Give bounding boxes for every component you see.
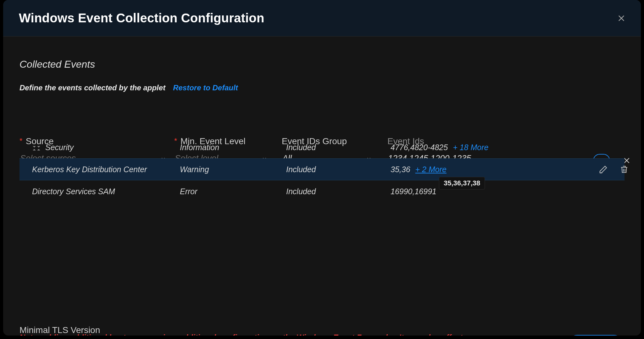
row-group: Included xyxy=(286,143,377,152)
row-source: Kerberos Key Distribution Center xyxy=(32,165,167,174)
trash-icon[interactable] xyxy=(619,165,629,174)
row-level: Warning xyxy=(180,165,274,174)
filter-columns: * Source Select sources * Min. Event Lev… xyxy=(19,136,625,246)
row-actions xyxy=(570,165,633,174)
table-row: Directory Services SAM Error Included 16… xyxy=(19,180,625,202)
save-button[interactable]: Save xyxy=(567,335,625,336)
row-ids-cell: 35,36 + 2 More xyxy=(391,165,567,174)
table-row[interactable]: Kerberos Key Distribution Center Warning… xyxy=(19,158,625,180)
row-ids-cell: 4776,4820-4825 + 18 More xyxy=(391,143,567,152)
event-rows: Security Information Included 4776,4820-… xyxy=(19,136,625,202)
row-ids-cell: 16990,16991 xyxy=(391,187,567,196)
modal-body: Collected Events Define the events colle… xyxy=(3,37,641,336)
row-ids: 35,36 xyxy=(391,165,410,174)
restore-default-link[interactable]: Restore to Default xyxy=(173,83,238,92)
row-ids: 16990,16991 xyxy=(391,187,436,196)
config-modal: Windows Event Collection Configuration C… xyxy=(3,0,641,336)
modal-footer: Note: adding additional log types requir… xyxy=(19,331,625,336)
table-row: Security Information Included 4776,4820-… xyxy=(19,136,625,158)
row-source: Security xyxy=(45,143,74,152)
drag-handle-icon[interactable] xyxy=(32,144,41,150)
subhead-row: Define the events collected by the apple… xyxy=(19,83,625,92)
more-link[interactable]: + 2 More xyxy=(415,165,447,174)
close-icon[interactable] xyxy=(617,14,626,23)
row-group: Included xyxy=(286,165,377,174)
section-title: Collected Events xyxy=(19,59,625,70)
row-source-cell: Security xyxy=(32,143,167,152)
subhead-text: Define the events collected by the apple… xyxy=(19,83,165,92)
edit-icon[interactable] xyxy=(599,165,608,174)
row-source: Directory Services SAM xyxy=(32,187,167,196)
row-ids: 4776,4820-4825 xyxy=(391,143,448,152)
modal-title: Windows Event Collection Configuration xyxy=(19,11,264,25)
row-level: Error xyxy=(180,187,274,196)
more-link[interactable]: + 18 More xyxy=(453,143,488,152)
footer-note: Note: adding additional log types requir… xyxy=(19,331,504,336)
modal-header: Windows Event Collection Configuration xyxy=(3,0,641,37)
footer-actions: Cancel Save xyxy=(527,335,625,336)
row-group: Included xyxy=(286,187,377,196)
row-level: Information xyxy=(180,143,274,152)
